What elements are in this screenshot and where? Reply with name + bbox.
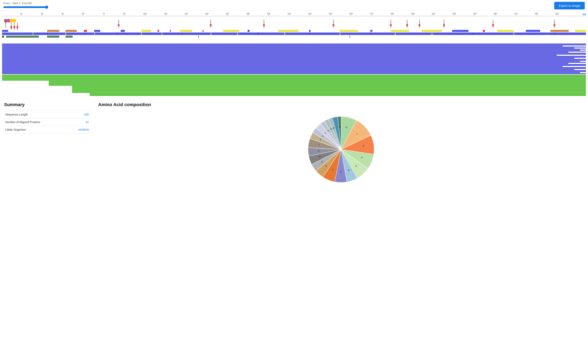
svg-rect-51 — [452, 30, 469, 32]
svg-rect-78 — [2, 36, 4, 38]
ruler-tick: 60 — [82, 13, 84, 16]
ruler-tick: 270 — [370, 13, 373, 16]
summary-title: Summary — [4, 102, 90, 107]
svg-rect-45 — [278, 30, 299, 32]
svg-rect-46 — [309, 30, 311, 32]
svg-marker-7 — [10, 25, 12, 29]
svg-rect-53 — [497, 30, 514, 32]
svg-rect-54 — [526, 30, 540, 32]
pie-label: H — [327, 130, 329, 132]
svg-marker-11 — [16, 25, 18, 29]
pie-label: E — [340, 171, 342, 173]
pie-label: Y — [325, 132, 326, 134]
ruler-tick: 75 — [103, 13, 105, 16]
summary-label: Sequence Length — [5, 113, 28, 116]
ruler-tick: 330 — [452, 13, 456, 16]
summary-row: Likely OrganismHUMAN — [4, 126, 90, 134]
svg-rect-48 — [370, 30, 372, 32]
svg-rect-47 — [340, 30, 358, 32]
pie-label: N — [330, 128, 332, 130]
summary-row: Sequence Length426 — [4, 111, 90, 118]
genome-ruler: 426 153045607590105120135150165180195210… — [2, 12, 586, 16]
export-button[interactable]: Export to image — [554, 2, 585, 9]
svg-rect-39 — [157, 30, 159, 32]
pie-label: h — [322, 135, 323, 137]
ruler-tick: 135 — [184, 13, 188, 16]
ruler-tick: 90 — [123, 13, 125, 16]
pie-label: G — [346, 126, 347, 129]
read-tracks — [2, 44, 586, 96]
ruler-tick: 30 — [41, 13, 43, 16]
svg-rect-58 — [33, 32, 33, 35]
ruler-tick: 390 — [535, 13, 538, 16]
svg-rect-34 — [65, 30, 77, 32]
svg-rect-56 — [575, 30, 586, 32]
svg-marker-15 — [210, 23, 212, 27]
summary-row: Number of Aligned Proteins52 — [4, 118, 90, 126]
summary-value: 52 — [85, 120, 89, 124]
pie-label: F — [320, 139, 321, 141]
svg-rect-67 — [237, 32, 238, 35]
svg-marker-17 — [263, 23, 265, 27]
ruler-tick: 255 — [349, 13, 353, 16]
svg-rect-73 — [395, 32, 395, 35]
summary-label: Number of Aligned Proteins — [5, 120, 40, 124]
svg-rect-65 — [182, 32, 183, 35]
svg-rect-68 — [258, 32, 258, 35]
svg-rect-42 — [203, 30, 203, 32]
pie-label: Q — [318, 150, 319, 152]
amino-acid-section: Amino Acid composition GLSPAREVKCDQTFhYH… — [98, 102, 584, 188]
ruler-tick: 405 — [555, 13, 559, 16]
pie-label: L — [357, 133, 358, 135]
svg-rect-44 — [248, 30, 250, 32]
pie-label: V — [332, 169, 333, 171]
pie-label: T — [318, 144, 320, 146]
svg-marker-19 — [333, 23, 334, 27]
ruler-tick: 210 — [287, 13, 291, 16]
svg-rect-33 — [47, 30, 59, 32]
svg-rect-35 — [84, 30, 87, 32]
svg-point-3 — [13, 19, 16, 22]
ruler-tick: 345 — [473, 13, 477, 16]
ruler-tick: 285 — [391, 13, 394, 16]
svg-rect-60 — [65, 32, 66, 35]
summary-value: HUMAN — [78, 128, 89, 131]
ruler-tick: 45 — [61, 13, 64, 16]
pie-label: A — [355, 165, 357, 167]
svg-marker-13 — [118, 23, 120, 27]
summary-section: Summary Sequence Length426Number of Alig… — [4, 102, 90, 188]
svg-rect-64 — [162, 32, 162, 35]
svg-rect-40 — [170, 30, 171, 32]
svg-rect-55 — [550, 30, 569, 32]
svg-marker-29 — [492, 23, 494, 27]
ruler-tick: 180 — [246, 13, 250, 16]
svg-rect-38 — [141, 30, 151, 32]
svg-rect-43 — [223, 30, 239, 32]
svg-rect-57 — [2, 32, 586, 35]
svg-rect-63 — [141, 32, 142, 35]
pie-label: D — [319, 156, 321, 158]
pie-label: K — [326, 165, 327, 167]
svg-rect-50 — [421, 30, 442, 32]
pie-label: S — [363, 145, 364, 147]
svg-marker-25 — [418, 23, 420, 27]
zoom-slider[interactable] — [3, 6, 48, 9]
svg-rect-71 — [340, 32, 340, 35]
ruler-tick: 315 — [432, 13, 435, 16]
svg-rect-75 — [473, 32, 473, 35]
ruler-tick: 360 — [493, 13, 497, 16]
svg-rect-36 — [94, 30, 100, 32]
svg-rect-49 — [391, 30, 409, 32]
svg-rect-66 — [211, 32, 211, 35]
ruler-tick: 120 — [164, 13, 167, 16]
svg-rect-76 — [514, 32, 514, 35]
ruler-tick: 150 — [205, 13, 209, 16]
zoom-label: Zoom - Start:1, End:426 — [3, 2, 48, 5]
svg-rect-72 — [370, 32, 371, 35]
pie-label: R — [348, 169, 350, 172]
pie-label: P — [361, 157, 363, 159]
pie-label: M — [339, 126, 341, 128]
amino-acid-pie-chart: GLSPAREVKCDQTFhYHNWIM — [298, 111, 384, 188]
pie-chart-container: GLSPAREVKCDQTFhYHNWIM — [98, 111, 584, 188]
ruler-tick: 105 — [143, 13, 147, 16]
